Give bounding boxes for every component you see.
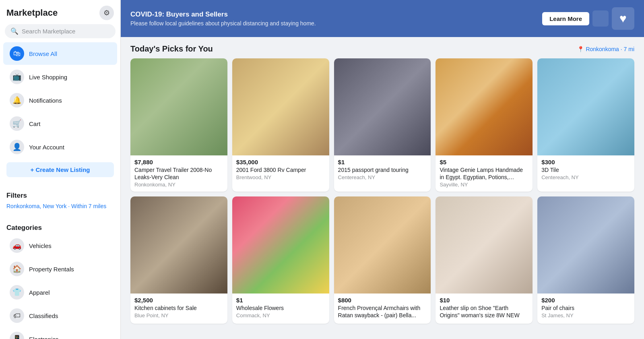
product-info-p2: $35,000 2001 Ford 3800 Rv Camper Brentwo… (232, 155, 329, 184)
category-item-classifieds[interactable]: 🏷 Classifieds (3, 304, 117, 327)
filter-location[interactable]: Ronkonkoma, New York · Within 7 miles (0, 201, 120, 213)
nav-label-cart: Cart (29, 120, 40, 127)
product-card-p3[interactable]: $1 2015 passport grand touring Centereac… (334, 58, 431, 192)
product-location-p3: Centereach, NY (338, 174, 427, 180)
category-icon-apparel: 👕 (10, 285, 24, 300)
product-info-p5: $300 3D Tile Centereach, NY (537, 155, 634, 184)
product-info-p8: $800 French Provençal Armchairs with Rat… (334, 294, 431, 324)
product-image-p2 (232, 58, 329, 155)
product-card-p2[interactable]: $35,000 2001 Ford 3800 Rv Camper Brentwo… (232, 58, 329, 192)
covid-banner-text: COVID-19: Buyers and Sellers Please foll… (130, 10, 316, 27)
sidebar-item-notifications[interactable]: 🔔 Notifications (3, 89, 117, 112)
product-image-p9 (436, 196, 533, 294)
product-card-p1[interactable]: $7,880 Camper Travel Trailer 2008-No Lea… (130, 58, 227, 192)
category-icon-property-rentals: 🏠 (10, 262, 24, 276)
category-item-electronics[interactable]: 📱 Electronics (3, 328, 117, 339)
product-name-p10: Pair of chairs (541, 304, 630, 312)
covid-decoration-small (592, 10, 609, 27)
product-info-p3: $1 2015 passport grand touring Centereac… (334, 155, 431, 184)
product-card-p5[interactable]: $300 3D Tile Centereach, NY (537, 58, 634, 192)
product-name-p8: French Provençal Armchairs with Ratan sw… (338, 304, 427, 319)
product-name-p7: Wholesale Flowers (236, 304, 325, 312)
product-image-p8 (334, 196, 431, 294)
settings-button[interactable]: ⚙ (99, 6, 114, 20)
category-icon-electronics: 📱 (10, 332, 24, 339)
covid-heart-icon: ♥ (612, 7, 634, 30)
category-item-vehicles[interactable]: 🚗 Vehicles (3, 234, 117, 257)
product-location-p7: Commack, NY (236, 312, 325, 318)
product-image-p10 (537, 196, 634, 294)
product-price-p10: $200 (541, 297, 630, 304)
location-label: Ronkonkoma · 7 mi (586, 46, 634, 52)
product-info-p4: $5 Vintage Genie Lamps Handmade in Egypt… (436, 155, 533, 192)
product-name-p4: Vintage Genie Lamps Handmade in Egypt. E… (440, 166, 528, 181)
main-content: COVID-19: Buyers and Sellers Please foll… (121, 0, 644, 339)
product-grid: $7,880 Camper Travel Trailer 2008-No Lea… (121, 58, 644, 333)
create-listing-button[interactable]: + Create New Listing (6, 162, 114, 177)
nav-icon-live-shopping: 📺 (10, 70, 24, 84)
product-image-p6 (130, 196, 227, 294)
product-card-p8[interactable]: $800 French Provençal Armchairs with Rat… (334, 196, 431, 324)
picks-title: Today's Picks for You (130, 44, 213, 54)
sidebar-item-your-account[interactable]: 👤 Your Account (3, 136, 117, 158)
filters-label: Filters (0, 188, 120, 201)
product-info-p7: $1 Wholesale Flowers Commack, NY (232, 294, 329, 322)
search-input[interactable] (22, 28, 110, 35)
product-name-p3: 2015 passport grand touring (338, 166, 427, 174)
product-price-p8: $800 (338, 297, 427, 304)
location-tag: 📍 Ronkonkoma · 7 mi (577, 46, 634, 52)
nav-label-notifications: Notifications (29, 97, 62, 104)
location-pin-icon: 📍 (577, 46, 584, 52)
search-bar: 🔍 (5, 24, 116, 38)
learn-more-button[interactable]: Learn More (542, 12, 589, 25)
product-card-p10[interactable]: $200 Pair of chairs St James, NY (537, 196, 634, 324)
product-image-p4 (436, 58, 533, 155)
product-name-p6: Kitchen cabinets for Sale (134, 304, 223, 312)
product-price-p1: $7,880 (134, 159, 223, 165)
product-price-p4: $5 (440, 159, 528, 165)
covid-banner-title: COVID-19: Buyers and Sellers (130, 10, 316, 19)
product-price-p7: $1 (236, 297, 325, 304)
product-location-p10: St James, NY (541, 312, 630, 318)
sidebar-title: Marketplace (6, 8, 58, 18)
sidebar-item-browse-all[interactable]: 🛍 Browse All (3, 42, 117, 65)
product-image-p1 (130, 58, 227, 155)
sidebar-item-cart[interactable]: 🛒 Cart (3, 112, 117, 135)
product-card-p4[interactable]: $5 Vintage Genie Lamps Handmade in Egypt… (436, 58, 533, 192)
nav-label-live-shopping: Live Shopping (29, 74, 67, 81)
nav-icon-notifications: 🔔 (10, 93, 24, 107)
nav-icon-cart: 🛒 (10, 116, 24, 131)
product-price-p3: $1 (338, 159, 427, 165)
product-location-p4: Sayville, NY (440, 182, 528, 188)
nav-label-your-account: Your Account (29, 144, 64, 151)
category-icon-vehicles: 🚗 (10, 238, 24, 253)
nav-items: 🛍 Browse All 📺 Live Shopping 🔔 Notificat… (0, 41, 120, 159)
product-price-p2: $35,000 (236, 159, 325, 165)
category-label-electronics: Electronics (29, 336, 58, 339)
product-location-p5: Centereach, NY (541, 174, 630, 180)
categories-label: Categories (0, 221, 120, 234)
product-image-p5 (537, 58, 634, 155)
product-name-p1: Camper Travel Trailer 2008-No Leaks-Very… (134, 166, 223, 181)
product-info-p1: $7,880 Camper Travel Trailer 2008-No Lea… (130, 155, 227, 192)
product-card-p7[interactable]: $1 Wholesale Flowers Commack, NY (232, 196, 329, 324)
product-name-p9: Leather slip on Shoe "Earth Origins" wom… (440, 304, 528, 319)
sidebar-item-live-shopping[interactable]: 📺 Live Shopping (3, 66, 117, 88)
product-price-p5: $300 (541, 159, 630, 165)
product-card-p6[interactable]: $2,500 Kitchen cabinets for Sale Blue Po… (130, 196, 227, 324)
product-image-p7 (232, 196, 329, 294)
product-name-p5: 3D Tile (541, 166, 630, 174)
search-icon: 🔍 (10, 27, 19, 35)
sidebar-header: Marketplace ⚙ (0, 0, 120, 24)
category-label-vehicles: Vehicles (29, 242, 52, 249)
product-card-p9[interactable]: $10 Leather slip on Shoe "Earth Origins"… (436, 196, 533, 324)
covid-banner: COVID-19: Buyers and Sellers Please foll… (121, 0, 644, 37)
category-item-property-rentals[interactable]: 🏠 Property Rentals (3, 258, 117, 280)
category-item-apparel[interactable]: 👕 Apparel (3, 281, 117, 304)
product-info-p9: $10 Leather slip on Shoe "Earth Origins"… (436, 294, 533, 324)
product-location-p1: Ronkonkoma, NY (134, 182, 223, 188)
picks-header: Today's Picks for You 📍 Ronkonkoma · 7 m… (121, 37, 644, 58)
nav-label-browse-all: Browse All (29, 50, 57, 57)
nav-icon-your-account: 👤 (10, 140, 24, 154)
product-location-p2: Brentwood, NY (236, 174, 325, 180)
